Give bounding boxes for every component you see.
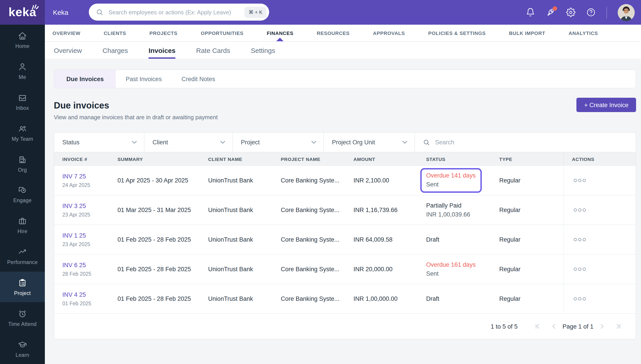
page-title: Due invoices <box>54 100 636 111</box>
sidebar-item-learn[interactable]: Learn <box>0 333 45 364</box>
create-invoice-button[interactable]: + Create Invoice <box>577 98 636 112</box>
project-org-unit-filter-dropdown[interactable]: Project Org Unit <box>324 133 415 152</box>
trend-icon <box>18 247 27 257</box>
tab-credit-notes[interactable]: Credit Notes <box>172 70 225 88</box>
project-cell: Core Banking Syste... <box>273 296 345 302</box>
summary-cell: 01 Feb 2025 - 28 Feb 2025 <box>110 266 200 272</box>
client-cell: UnionTrust Bank <box>200 296 273 302</box>
invoice-link[interactable]: INV 4 25 <box>62 292 86 298</box>
sidebar-item-inbox[interactable]: Inbox <box>0 86 45 117</box>
status-cell: Draft <box>418 296 491 302</box>
status-cell: Overdue 141 days Sent <box>418 168 491 193</box>
project-cell: Core Banking Syste... <box>273 266 345 272</box>
rocket-icon[interactable] <box>546 8 555 17</box>
type-cell: Regular <box>491 266 563 272</box>
subnav-overview[interactable]: Overview <box>54 42 82 59</box>
client-cell: UnionTrust Bank <box>200 207 273 214</box>
help-icon[interactable] <box>586 8 596 17</box>
sidebar-item-project[interactable]: Project <box>0 272 45 302</box>
avatar[interactable] <box>618 4 635 21</box>
subnav-rate-cards[interactable]: Rate Cards <box>196 42 230 59</box>
table-row: INV 3 2523 Apr 2025 01 Mar 2025 - 31 Mar… <box>54 195 635 224</box>
invoice-link[interactable]: INV 1 25 <box>62 232 86 239</box>
nav-overview[interactable]: OVERVIEW <box>53 25 81 41</box>
status-primary: Draft <box>426 236 491 243</box>
notification-dot <box>553 6 557 11</box>
sidebar: Home Me Inbox My Team Org Engage Hire P <box>0 25 45 364</box>
nav-policies-settings[interactable]: POLICIES & SETTINGS <box>428 25 486 41</box>
project-cell: Core Banking Syste... <box>273 177 345 184</box>
row-actions-button[interactable] <box>572 296 587 302</box>
amount-cell: INR 1,00,000.00 <box>345 296 418 302</box>
person-icon <box>18 62 27 72</box>
amount-cell: INR 2,100.00 <box>345 177 418 184</box>
subnav-charges[interactable]: Charges <box>103 42 128 59</box>
row-actions-button[interactable] <box>572 177 587 184</box>
sidebar-item-engage[interactable]: Engage <box>0 179 45 210</box>
sidebar-item-my-team[interactable]: My Team <box>0 117 45 148</box>
status-secondary: INR 1,00,039.66 <box>426 211 491 218</box>
nav-resources[interactable]: RESOURCES <box>317 25 350 41</box>
amount-cell: INR 64,009.58 <box>345 236 418 243</box>
keka-logo[interactable]: keka <box>0 0 45 25</box>
search-icon <box>96 8 103 16</box>
client-cell: UnionTrust Bank <box>200 236 273 243</box>
nav-bulk-import[interactable]: BULK IMPORT <box>509 25 545 41</box>
subnav-settings[interactable]: Settings <box>251 42 275 59</box>
bell-icon[interactable] <box>526 8 535 17</box>
table-search-input[interactable] <box>434 138 627 146</box>
sidebar-item-performance[interactable]: Performance <box>0 240 45 272</box>
first-page-icon[interactable] <box>535 324 540 329</box>
summary-cell: 01 Mar 2025 - 31 Mar 2025 <box>110 207 200 214</box>
table-search[interactable] <box>415 133 635 152</box>
sidebar-item-org[interactable]: Org <box>0 148 45 179</box>
invoice-link[interactable]: INV 3 25 <box>62 202 86 209</box>
client-filter-dropdown[interactable]: Client <box>145 133 233 152</box>
sidebar-item-hire[interactable]: Hire <box>0 210 45 241</box>
clipboard-icon <box>18 278 27 288</box>
status-filter-dropdown[interactable]: Status <box>54 133 145 152</box>
row-actions-button[interactable] <box>572 236 587 243</box>
global-search-input[interactable] <box>108 8 244 16</box>
building-icon <box>18 154 27 164</box>
next-page-icon[interactable] <box>600 324 604 329</box>
chevron-down-icon <box>132 141 137 144</box>
nav-clients[interactable]: CLIENTS <box>104 25 126 41</box>
filter-bar: Status Client Project Project Org Unit <box>54 133 635 152</box>
nav-finances[interactable]: FINANCES <box>267 25 293 41</box>
nav-approvals[interactable]: APPROVALS <box>373 25 405 41</box>
project-filter-dropdown[interactable]: Project <box>233 133 324 152</box>
sidebar-item-home[interactable]: Home <box>0 25 45 56</box>
last-page-icon[interactable] <box>616 324 621 329</box>
status-secondary: Sent <box>426 181 476 188</box>
row-actions-button[interactable] <box>572 207 587 214</box>
grad-cap-icon <box>18 340 27 350</box>
nav-projects[interactable]: PROJECTS <box>149 25 177 41</box>
search-icon <box>423 139 430 146</box>
chat-heart-icon <box>18 185 27 195</box>
sidebar-item-me[interactable]: Me <box>0 56 45 86</box>
invoice-link[interactable]: INV 6 25 <box>62 262 86 268</box>
table-row: INV 1 2523 Apr 2025 01 Feb 2025 - 28 Feb… <box>54 224 635 254</box>
pagination-range: 1 to 5 of 5 <box>491 323 518 330</box>
sidebar-item-time-attend[interactable]: Time Attend <box>0 302 45 333</box>
tab-past-invoices[interactable]: Past Invoices <box>116 70 172 88</box>
invoice-link[interactable]: INV 7 25 <box>62 173 86 180</box>
row-actions-button[interactable] <box>572 266 587 272</box>
nav-opportunities[interactable]: OPPORTUNITIES <box>201 25 243 41</box>
tab-due-invoices[interactable]: Due Invoices <box>54 70 116 88</box>
nav-analytics[interactable]: ANALYTICS <box>568 25 598 41</box>
invoice-date: 01 Feb 2025 <box>62 301 110 306</box>
active-nav-indicator <box>277 38 284 41</box>
prev-page-icon[interactable] <box>552 324 556 329</box>
type-cell: Regular <box>491 177 563 184</box>
gear-icon[interactable] <box>566 8 575 17</box>
summary-cell: 01 Feb 2025 - 28 Feb 2025 <box>110 236 200 243</box>
table-row: INV 6 2528 Feb 2025 01 Feb 2025 - 28 Feb… <box>54 254 635 284</box>
subnav-invoices[interactable]: Invoices <box>149 42 175 59</box>
invoices-table-card: Status Client Project Project Org Unit <box>54 132 636 339</box>
global-search[interactable]: ⌘ + K <box>89 4 269 20</box>
type-cell: Regular <box>491 236 563 243</box>
content-area: Due Invoices Past Invoices Credit Notes … <box>45 59 641 364</box>
type-cell: Regular <box>491 296 563 302</box>
